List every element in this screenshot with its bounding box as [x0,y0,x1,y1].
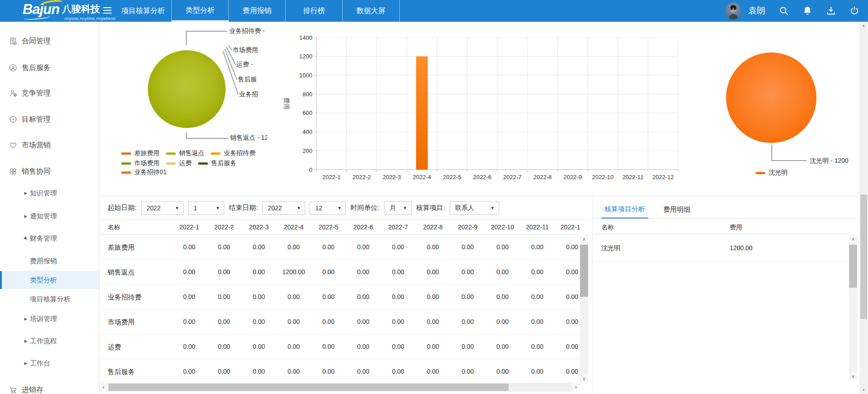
sidebar-item-14[interactable]: ▶工作流程 [0,332,99,350]
contact-pie-panel: 沈光明 - 1200 沈光明 [691,22,859,196]
expense-cell: 0.00 [415,260,450,285]
expense-cell: 0.00 [241,285,276,309]
sidebar-item-2[interactable]: 售后服务 [0,59,99,77]
legend-item-销售返点[interactable]: 销售返点 [166,149,204,157]
time-unit-label: 时间单位: [350,204,379,212]
expense-row-name[interactable]: 市场费用 [99,309,172,334]
expense-cell: 0.00 [450,235,485,260]
legend-item-业务招待费[interactable]: 业务招待费 [211,149,255,157]
sidebar-item-5[interactable]: 市场营销 [0,136,99,154]
scroll-right-icon[interactable]: › [572,383,580,392]
user-name[interactable]: 袁朗 [748,5,765,17]
expense-cell: 0.00 [207,285,241,309]
expense-bar-chart-panel: 02004006008001000120014002022-12022-2202… [267,22,691,196]
sidebar-item-15[interactable]: ▶工作台 [0,354,99,372]
sidebar-item-13[interactable]: ▶培训管理 [0,310,99,328]
power-logout-icon[interactable] [849,6,859,16]
legend-item-市场费用[interactable]: 市场费用 [121,159,160,167]
expense-table-hscroll-thumb[interactable] [108,384,509,391]
expense-cell: 0.00 [415,285,450,309]
dropdown-arrow-icon: ▼ [491,206,495,210]
expense-cell: 0.00 [485,334,520,359]
expense-row-name[interactable]: 销售返点 [99,260,172,285]
legend-item-沈光明[interactable]: 沈光明 [755,169,788,177]
start-year-select[interactable]: 2022▼ [141,201,184,215]
nav-tabs: 项目核算分析类型分析费用报销排行榜数据大屏 [115,0,400,22]
expense-cell: 0.00 [311,260,346,285]
brand-logo[interactable]: Bajun八骏科技 Anyone,Anytime,Anywhere! [23,1,100,21]
sidebar-item-label: 类型分析 [30,271,99,289]
bar-2022-4[interactable] [416,57,428,170]
sidebar-item-10[interactable]: 费用报销 [0,252,99,270]
expense-row-name[interactable]: 业务招待费 [99,285,172,309]
expense-cell: 0.00 [172,285,207,309]
start-month-select[interactable]: 1▼ [188,201,224,215]
sidebar-item-16[interactable]: 进销存 [0,381,99,394]
expense-row-name[interactable]: 差旅费用 [99,235,172,260]
tab-expense-detail[interactable]: 费用明细 [660,205,693,218]
y-tick-label: 0 [309,166,312,173]
contact-pie-slice[interactable] [726,52,816,143]
avatar[interactable] [725,2,742,19]
sidebar-item-12[interactable]: 项目核算分析 [0,290,99,308]
legend-item-售后服务[interactable]: 售后服务 [198,159,236,167]
sidebar-item-label: 通知管理 [30,207,99,225]
x-tick-label: 2022-8 [533,174,552,180]
sidebar-item-11[interactable]: 类型分析 [0,271,99,289]
expense-cell: 0.00 [520,334,555,359]
sidebar-item-4[interactable]: 目标管理 [0,110,99,128]
right-table-vscroll-thumb[interactable] [849,245,857,288]
sidebar-item-3[interactable]: 竞争管理 [0,84,99,102]
expense-row-name[interactable]: 运费 [99,334,172,359]
collapsed-arrow-icon: ▶ [23,207,29,225]
expense-cell: 0.00 [172,260,207,285]
expense-col-header: 2022-3 [241,220,276,235]
page-vscroll-thumb[interactable] [860,195,867,319]
end-year-select[interactable]: 2022▼ [262,201,305,215]
expense-cell: 0.00 [485,309,520,334]
scroll-down-icon[interactable]: ∨ [849,372,857,380]
end-month-select[interactable]: 12▼ [310,201,346,215]
expense-cell: 0.00 [276,334,311,359]
legend-marker-icon [198,162,208,165]
nav-tab-5[interactable]: 数据大屏 [343,0,400,22]
contact-col-header: 费用 [722,220,849,234]
scroll-up-icon[interactable]: ∧ [580,235,588,243]
topbar: Bajun八骏科技 Anyone,Anytime,Anywhere! 项目核算分… [0,0,868,22]
tab-accounting-project-analysis[interactable]: 核算项目分析 [601,205,648,218]
sidebar-item-1[interactable]: 合同管理 [0,32,99,50]
download-icon[interactable] [826,6,836,16]
scroll-left-icon[interactable]: ‹ [99,383,108,392]
search-icon[interactable] [779,6,789,16]
expense-type-pie-slice[interactable] [148,50,226,128]
sidebar-item-label: 销售协同 [22,162,99,180]
nav-tab-3[interactable]: 费用报销 [229,0,286,22]
sidebar-item-8[interactable]: ▶通知管理 [0,207,99,225]
expense-table-vscroll-thumb[interactable] [580,245,588,297]
notifications-bell-icon[interactable] [802,6,812,16]
nav-tab-1[interactable]: 项目核算分析 [115,0,172,22]
expense-row-name[interactable]: 售后服务 [99,359,172,383]
expense-type-pie-panel: 业务招待费 -市场费用运费 -售后服业务招销售返点 - 12 差旅费用销售返点业… [99,22,267,196]
expense-col-header: 2022-5 [311,220,346,235]
legend-item-运费[interactable]: 运费 [166,159,192,167]
expense-cell: 0.00 [520,285,555,309]
sidebar-item-6[interactable]: 销售协同 [0,162,99,180]
scroll-up-icon[interactable]: ∧ [849,235,857,243]
expense-cell: 1200.00 [276,260,311,285]
time-unit-select[interactable]: 月▼ [384,201,412,215]
project-select[interactable]: 联系人▼ [450,201,499,215]
page-scroll-up-icon[interactable]: ▲ [859,22,868,29]
contact-row-name[interactable]: 沈光明 [593,234,722,261]
sidebar-item-9[interactable]: ▶财务管理 [0,229,99,247]
legend-item-差旅费用[interactable]: 差旅费用 [121,149,160,157]
menu-toggle-icon[interactable] [103,7,112,15]
legend-item-业务招待01[interactable]: 业务招待01 [121,168,167,176]
expense-cell: 0.00 [450,260,485,285]
page-scroll-down-icon[interactable]: ▼ [859,386,868,394]
nav-tab-2[interactable]: 类型分析 [172,0,229,22]
nav-tab-4[interactable]: 排行榜 [286,0,343,22]
sidebar-item-7[interactable]: ▶知识管理 [0,184,99,202]
scroll-down-icon[interactable]: ∨ [580,375,588,383]
contact-expense-table: 名称费用沈光明1200.00 [593,220,849,261]
